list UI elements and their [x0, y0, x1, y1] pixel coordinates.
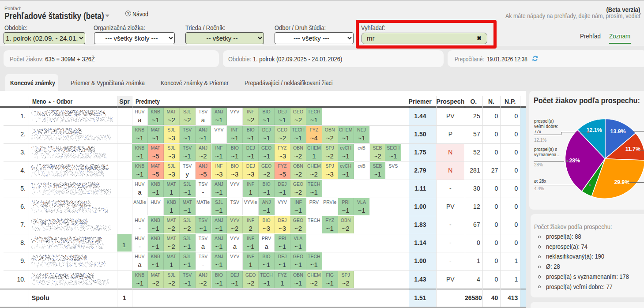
svg-text:28%: 28% — [569, 158, 580, 164]
svg-text:29.9%: 29.9% — [614, 179, 629, 185]
svg-text:11.7%: 11.7% — [625, 146, 640, 152]
svg-text:13.9%: 13.9% — [610, 128, 626, 135]
